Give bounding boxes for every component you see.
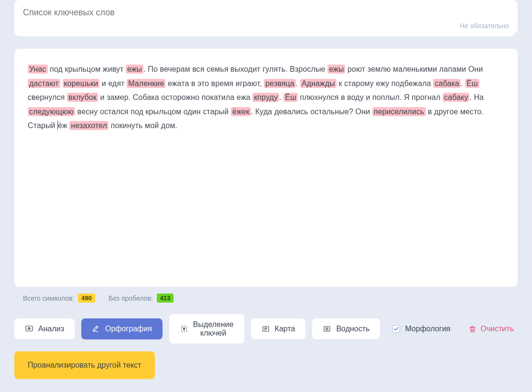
map-label: Карта (275, 325, 295, 333)
resize-handle-icon[interactable] (512, 31, 517, 35)
clear-label: Очистить (480, 325, 514, 333)
morphology-label: Морфология (405, 325, 450, 333)
error-highlight[interactable]: незахотел (69, 121, 109, 130)
water-tab[interactable]: Водность (312, 318, 380, 339)
map-tab[interactable]: Карта (251, 318, 306, 339)
checkbox-icon (392, 325, 400, 333)
error-highlight[interactable]: корешьки (63, 79, 100, 88)
keys-tab[interactable]: T Выделение ключей (169, 314, 244, 344)
stats-row: Всего символов: 490 Без пробелов: 413 (14, 287, 518, 309)
error-highlight[interactable]: периселились (372, 107, 426, 116)
error-highlight[interactable]: следующюю (28, 107, 75, 116)
error-highlight[interactable]: сабаку (443, 93, 469, 102)
error-highlight[interactable]: дастают (28, 79, 60, 88)
text-content-panel[interactable]: Унас под крыльцом живут ежы. По вечерам … (14, 49, 518, 287)
analysis-label: Анализ (38, 325, 64, 333)
stat-total-label: Всего символов: (23, 294, 74, 302)
morphology-toggle[interactable]: Морфология (387, 318, 456, 339)
map-icon (261, 325, 270, 333)
error-highlight[interactable]: кпруду (252, 93, 279, 102)
error-highlight[interactable]: сабака (433, 79, 460, 88)
error-highlight[interactable]: Ёш (283, 93, 298, 102)
error-highlight[interactable]: Ёш (465, 79, 479, 88)
spelling-icon (92, 325, 100, 333)
svg-point-2 (29, 328, 30, 329)
keywords-input-area[interactable]: Не обязательно (14, 0, 518, 36)
trash-icon (468, 325, 477, 333)
error-highlight[interactable]: ежы (327, 65, 345, 74)
spelling-label: Орфография (105, 325, 152, 333)
analysis-tab[interactable]: Анализ (14, 318, 75, 339)
toolbar: Анализ Орфография T Выделение ключей Кар… (14, 309, 518, 351)
error-highlight[interactable]: Аднажды (300, 79, 337, 88)
stat-total-badge: 490 (78, 294, 95, 303)
keywords-input[interactable] (23, 8, 509, 18)
error-highlight[interactable]: вклубок (67, 93, 98, 102)
error-highlight[interactable]: Унас (28, 65, 48, 74)
stat-nospaces-label: Без пробелов: (109, 294, 153, 302)
water-icon (323, 325, 331, 333)
clear-button[interactable]: Очистить (463, 318, 520, 339)
keywords-hint: Не обязательно (460, 22, 509, 30)
error-highlight[interactable]: резвяца (264, 79, 296, 88)
text-cursor (57, 121, 58, 130)
stat-nospaces-badge: 413 (157, 294, 174, 303)
error-highlight[interactable]: ёжек (231, 107, 251, 116)
error-highlight[interactable]: Маленкие (127, 79, 165, 88)
keys-icon: T (180, 325, 188, 333)
spelling-tab[interactable]: Орфография (81, 318, 163, 339)
keys-label: Выделение ключей (193, 320, 234, 338)
analysis-icon (25, 325, 33, 333)
error-highlight[interactable]: ежы (126, 65, 143, 74)
analyze-another-button[interactable]: Проанализировать другой текст (14, 351, 155, 379)
water-label: Водность (336, 325, 369, 333)
svg-text:T: T (183, 327, 185, 331)
